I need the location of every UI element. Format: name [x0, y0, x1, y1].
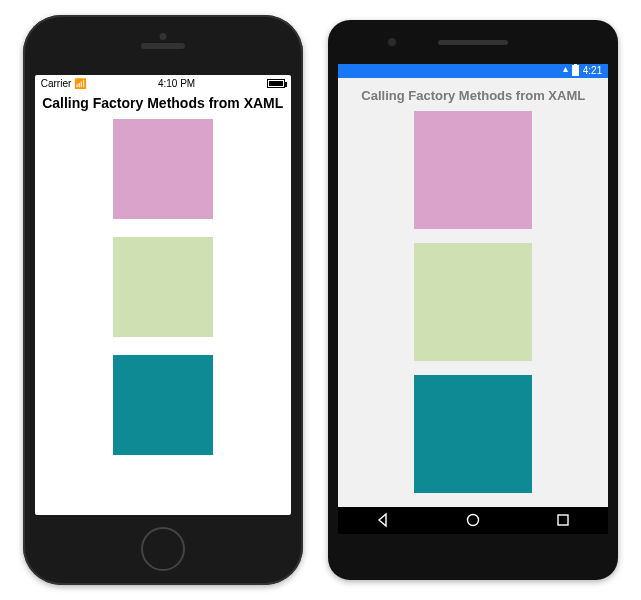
android-screen: 4:21 Calling Factory Methods from XAML [338, 64, 608, 534]
ios-content [35, 117, 291, 515]
android-nav-bar [338, 507, 608, 534]
color-box-1 [414, 111, 532, 229]
wifi-icon [563, 65, 568, 76]
svg-point-0 [468, 515, 479, 526]
home-button[interactable] [465, 512, 481, 528]
home-button[interactable] [141, 527, 185, 571]
iphone-device-frame: Carrier 4:10 PM Calling Factory Methods … [23, 15, 303, 585]
iphone-front-camera [159, 33, 166, 40]
color-box-2 [113, 237, 213, 337]
iphone-speaker [141, 43, 185, 49]
page-title: Calling Factory Methods from XAML [35, 91, 291, 117]
battery-icon [572, 65, 579, 76]
android-device-frame: 4:21 Calling Factory Methods from XAML [328, 20, 618, 580]
clock-label: 4:21 [583, 65, 602, 76]
svg-rect-1 [558, 515, 568, 525]
ios-status-bar: Carrier 4:10 PM [35, 75, 291, 91]
color-box-3 [113, 355, 213, 455]
battery-icon [267, 79, 285, 88]
color-box-3 [414, 375, 532, 493]
color-box-1 [113, 119, 213, 219]
iphone-screen: Carrier 4:10 PM Calling Factory Methods … [35, 75, 291, 515]
android-status-bar: 4:21 [338, 64, 608, 78]
android-content [338, 109, 608, 507]
wifi-icon [74, 78, 86, 89]
color-box-2 [414, 243, 532, 361]
page-title: Calling Factory Methods from XAML [338, 78, 608, 109]
recent-apps-button[interactable] [555, 512, 571, 528]
android-front-camera [388, 38, 396, 46]
clock-label: 4:10 PM [158, 78, 195, 89]
back-button[interactable] [375, 512, 391, 528]
android-speaker [438, 40, 508, 45]
carrier-label: Carrier [41, 78, 72, 89]
